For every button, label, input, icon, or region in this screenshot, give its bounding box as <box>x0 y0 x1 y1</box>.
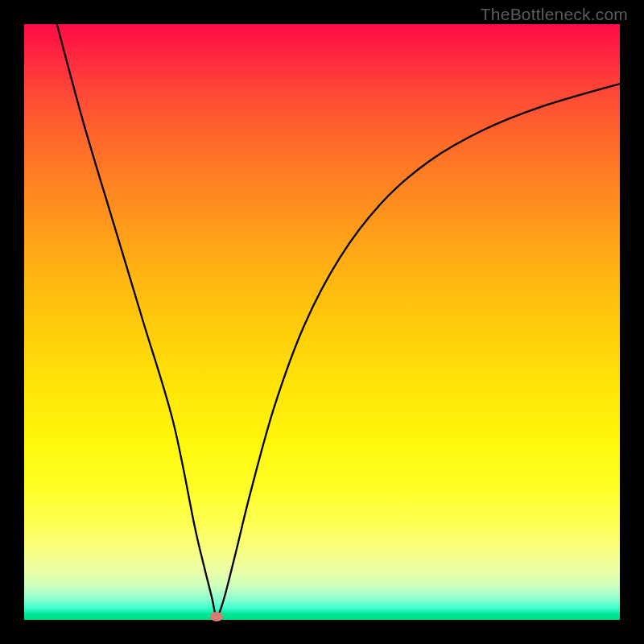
bottleneck-curve <box>24 24 620 620</box>
watermark-text: TheBottleneck.com <box>481 5 628 24</box>
plot-area <box>24 24 620 620</box>
chart-frame: TheBottleneck.com <box>0 0 644 644</box>
optimum-marker <box>210 612 223 621</box>
